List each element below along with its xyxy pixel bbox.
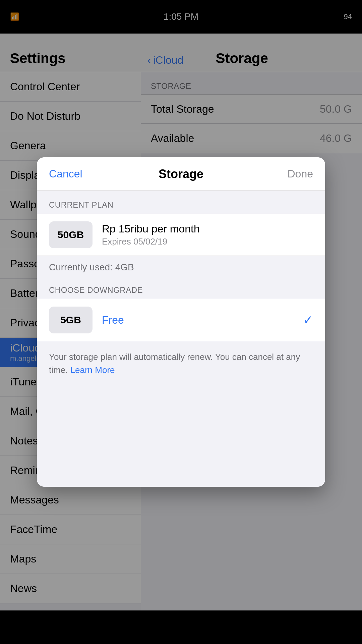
choose-downgrade-label: CHOOSE DOWNGRADE [37, 279, 325, 299]
modal-overlay: Cancel Storage Done CURRENT PLAN 50GB Rp… [0, 0, 362, 644]
current-plan-info: Rp 15ribu per month Expires 05/02/19 [102, 223, 200, 247]
modal-title: Storage [159, 167, 203, 181]
learn-more-link[interactable]: Learn More [70, 365, 115, 375]
done-button[interactable]: Done [288, 168, 313, 180]
current-plan-row: 50GB Rp 15ribu per month Expires 05/02/1… [37, 214, 325, 256]
current-plan-section-label: CURRENT PLAN [37, 191, 325, 214]
modal-filler [37, 386, 325, 487]
modal-footer: Your storage plan will automatically ren… [37, 341, 325, 386]
selected-checkmark-icon: ✓ [303, 313, 313, 327]
downgrade-plan-name: Free [102, 314, 294, 326]
current-plan-badge: 50GB [49, 221, 93, 248]
modal-header: Cancel Storage Done [37, 157, 325, 191]
storage-modal: Cancel Storage Done CURRENT PLAN 50GB Rp… [37, 157, 325, 487]
current-plan-expiry: Expires 05/02/19 [102, 236, 200, 247]
current-plan-price: Rp 15ribu per month [102, 223, 200, 235]
downgrade-plan-badge: 5GB [49, 307, 93, 333]
currently-used-text: Currently used: 4GB [37, 256, 325, 279]
cancel-button[interactable]: Cancel [49, 168, 82, 180]
downgrade-plan-row[interactable]: 5GB Free ✓ [37, 299, 325, 341]
